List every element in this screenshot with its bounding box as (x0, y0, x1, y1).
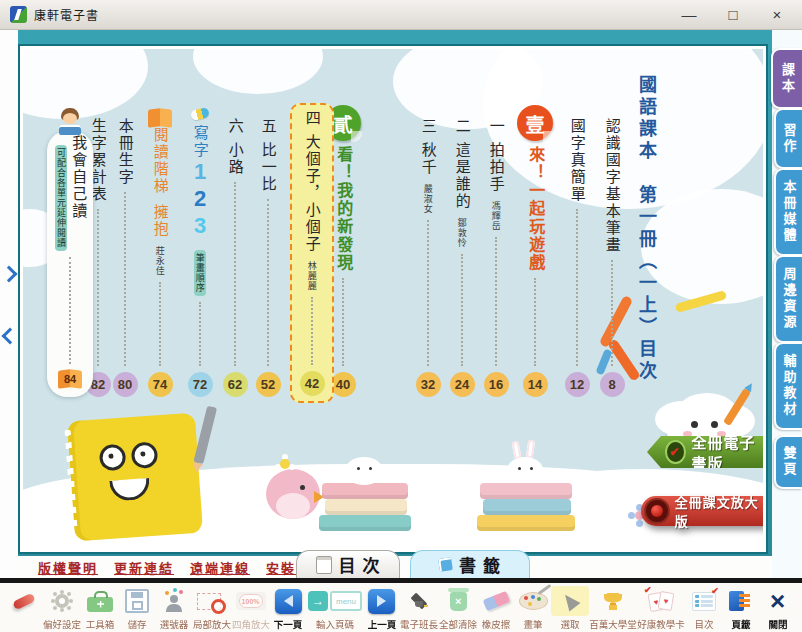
toolbar-laser-pin-button[interactable] (6, 586, 43, 616)
dotted-leader (199, 302, 201, 366)
bookmark-tab-icon (438, 557, 453, 572)
toolbar-page-input-button[interactable]: →menu輸入頁碼 (307, 586, 363, 631)
toolbar-label: 全部清除 (439, 616, 477, 630)
toc-entry-lesson-1[interactable]: 一拍拍手馮輝岳16 (479, 118, 513, 397)
page-number-badge: 42 (300, 371, 325, 396)
toolbar-close-button[interactable]: ×關閉 (759, 586, 796, 631)
toc-tab-icon (316, 556, 332, 574)
toc-entry-lesson-3[interactable]: 三秋千嚴淑女32 (411, 118, 445, 397)
number-picker-icon (162, 590, 186, 612)
toc-entry-reading-ladder[interactable]: 閱讀階梯擁抱莊永佳74 (143, 109, 177, 397)
toolbar-label: 儲存 (128, 616, 147, 630)
title-bar: 康軒電子書 — □ × (0, 0, 802, 30)
dotted-leader (495, 237, 497, 366)
page-number-badge: 80 (113, 372, 138, 397)
author-name: 鄒敦怜 (457, 218, 467, 248)
toc-entry-text: 閱讀階梯擁抱莊永佳 (151, 127, 168, 276)
toc-entry-guozi-simple[interactable]: 國字真簡單12 (560, 118, 594, 397)
toc-entry-text: 認識國字基本筆畫 (603, 118, 620, 254)
side-tab-3[interactable]: 本冊媒體 (774, 168, 802, 256)
toolbar-quiz-trophy-button[interactable]: 百萬大學堂 (588, 586, 637, 631)
toc-entry-basic-strokes[interactable]: 認識國字基本筆畫8 (595, 118, 629, 397)
bottom-tab-label: 目次 (339, 552, 387, 577)
pencil-icon (723, 388, 751, 426)
toolbar-number-picker-button[interactable]: 選號器 (155, 586, 192, 631)
toc-entry-lesson-6[interactable]: 六小路62 (218, 118, 252, 397)
toolbar-toolbox-button[interactable]: 工具箱 (82, 586, 119, 631)
toolbar-toc-list-button[interactable]: ✔目次 (685, 586, 722, 631)
toolbar-prev-page-button[interactable]: 上一頁 (363, 586, 400, 631)
banner-full-ebook[interactable]: ✔全冊電子書版 (647, 436, 763, 468)
minimize-button[interactable]: — (674, 1, 704, 29)
dotted-leader (342, 278, 344, 366)
page-number-badge: 16 (484, 372, 509, 397)
toc-entry-text: 來！一起玩遊戲 (526, 146, 544, 272)
bottom-toolbar: 偏好設定工具箱儲存選號器局部放大100%四角放大下一頁→menu輸入頁碼上一頁電… (0, 583, 802, 632)
toc-entry-text: 六小路 (226, 118, 243, 176)
bottom-tab-bookmark[interactable]: 書籤 (410, 550, 530, 578)
toc-entry-note: 可配合各單元延伸閱讀 (55, 145, 67, 251)
toolbar-eraser-button[interactable]: 橡皮擦 (478, 586, 515, 631)
dotted-leader (97, 209, 99, 366)
banner-label: 全冊電子書版 (692, 431, 763, 473)
check-circle-icon: ✔ (665, 440, 686, 464)
side-tab-6[interactable]: 雙頁 (774, 435, 802, 489)
banner-full-text-large[interactable]: 全冊課文放大版 (641, 496, 763, 526)
bottom-tab-toc[interactable]: 目次 (296, 550, 400, 578)
side-tab-2[interactable]: 習作 (774, 108, 802, 169)
toc-entry-text: 寫字123筆畫順序 (187, 125, 212, 296)
toc-entry-text: 五比一比 (259, 118, 276, 193)
dotted-leader (234, 182, 236, 366)
puppy-on-books (315, 447, 415, 533)
toolbar-clear-all-button[interactable]: ×全部清除 (439, 586, 478, 631)
toolbar-label: 輸入頁碼 (316, 616, 354, 630)
left-strip (0, 30, 18, 578)
toolbox-icon (87, 597, 113, 612)
notebook-character (67, 413, 203, 542)
side-tab-5[interactable]: 輔助教材 (774, 342, 802, 430)
side-tab-1[interactable]: 課本 (771, 48, 802, 109)
maximize-button[interactable]: □ (718, 1, 748, 29)
author-name: 林麗麗 (307, 261, 317, 291)
toc-entry-unit-1[interactable]: 壹來！一起玩遊戲14 (518, 105, 552, 397)
toolbar-zoom-corners-button[interactable]: 100%四角放大 (231, 586, 270, 631)
toolbar-label: 局部放大 (193, 616, 231, 630)
dotted-leader (461, 254, 463, 366)
toolbar-label: 下一頁 (274, 616, 303, 630)
toc-entry-text: 國字真簡單 (568, 118, 585, 203)
toc-entry-lesson-5[interactable]: 五比一比52 (251, 118, 285, 397)
dotted-leader (576, 209, 578, 366)
page-number-badge: 14 (523, 372, 548, 397)
toc-entry-text: 四大個子，小個子林麗麗 (303, 110, 320, 291)
dotted-leader (267, 199, 269, 366)
toolbar-label: 關閉 (768, 616, 787, 630)
toolbar-zoom-area-button[interactable]: 局部放大 (192, 586, 231, 631)
side-tab-4[interactable]: 周邊資源 (774, 255, 802, 343)
toc-entry-lesson-2[interactable]: 二這是誰的鄒敦怜24 (445, 118, 479, 397)
footer-link-1[interactable]: 版權聲明 (38, 558, 98, 577)
footer-link-2[interactable]: 更新連結 (114, 558, 174, 577)
toc-entry-text: 二這是誰的鄒敦怜 (453, 118, 470, 248)
eraser-icon (482, 591, 510, 611)
toolbar-label: 好康教學卡 (637, 616, 685, 630)
toolbar-save-button[interactable]: 儲存 (119, 586, 156, 631)
side-tab-label: 課本 (778, 63, 797, 95)
toc-entry-lesson-4[interactable]: 四大個子，小個子林麗麗42 (290, 103, 334, 403)
toc-entry-self-reading[interactable]: 我會自己讀可配合各單元延伸閱讀84 (47, 131, 93, 397)
toolbar-next-page-button[interactable]: 下一頁 (270, 586, 307, 631)
toolbar-page-tabs-button[interactable]: 頁籤 (722, 586, 759, 631)
footer-link-3[interactable]: 遠端連線 (190, 558, 250, 577)
toc-list-icon: ✔ (692, 592, 716, 611)
toolbar-paint-brush-button[interactable]: 畫筆 (515, 586, 552, 631)
paint-brush-icon (519, 592, 548, 610)
page-number-badge: 40 (331, 372, 356, 397)
author-name: 馮輝岳 (491, 201, 501, 231)
toolbar-gear-button[interactable]: 偏好設定 (43, 586, 82, 631)
toolbar-class-leader-button[interactable]: 電子班長 (400, 586, 439, 631)
toc-entry-text: 三秋千嚴淑女 (419, 118, 436, 214)
toolbar-teaching-cards-button[interactable]: ♥♥✔好康教學卡 (637, 586, 686, 631)
close-button[interactable]: × (762, 1, 792, 29)
toolbar-select-cursor-button[interactable]: 選取 (551, 586, 588, 631)
toc-entry-writing-123[interactable]: 寫字123筆畫順序72 (183, 109, 217, 397)
toolbar-label: 四角放大 (232, 616, 270, 630)
